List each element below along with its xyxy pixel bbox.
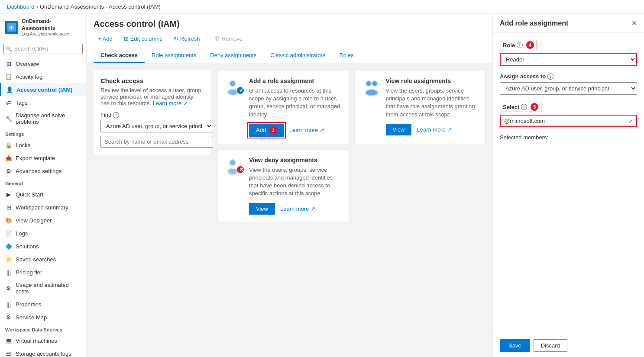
right-panel-header: Add role assignment ✕	[493, 14, 644, 33]
search-input[interactable]	[3, 44, 83, 54]
sidebar-item-pricing-tier[interactable]: ||| Pricing tier	[0, 266, 86, 279]
refresh-icon: ↻	[174, 35, 178, 42]
sidebar-item-solutions[interactable]: 🔷 Solutions	[0, 240, 86, 253]
assign-field-label: Assign access to i	[500, 73, 637, 80]
sidebar-item-activity-log[interactable]: 📋 Activity log	[0, 70, 86, 83]
right-panel-title: Add role assignment	[500, 19, 568, 27]
tab-classic-administrators[interactable]: Classic administrators	[263, 48, 332, 63]
assign-field-group: Assign access to i Azure AD user, group,…	[500, 73, 637, 95]
sidebar-logo: ⊞	[5, 21, 18, 34]
check-access-learn-more[interactable]: Learn more ↗	[153, 100, 188, 106]
assign-select[interactable]: Azure AD user, group, or service princip…	[500, 82, 637, 95]
add-button[interactable]: + Add	[94, 33, 117, 44]
select-input[interactable]	[500, 115, 637, 127]
select-field-group: Select i 5 ✓	[500, 102, 637, 127]
view-deny-btn[interactable]: View	[249, 203, 275, 215]
sidebar: ⊞ OnDemand-Assessments Log Analytics wor…	[0, 14, 87, 357]
svg-point-13	[366, 90, 377, 95]
sidebar-item-overview[interactable]: ⊞ Overview	[0, 57, 86, 70]
sidebar-item-advanced[interactable]: ⚙ Advanced settings	[0, 164, 86, 177]
sidebar-item-quick-start-label: Quick Start	[16, 191, 43, 198]
sidebar-item-storage-accounts-label: Storage accounts logs	[16, 351, 71, 357]
add-role-icon: ✓	[225, 77, 244, 137]
search-icon: 🔍	[6, 46, 12, 52]
discard-button[interactable]: Discard	[534, 339, 567, 352]
tab-deny-assignments[interactable]: Deny assignments	[203, 48, 263, 63]
view-role-learn-more[interactable]: Learn more ↗	[417, 126, 452, 133]
sidebar-item-workspace-summary-label: Workspace summary	[16, 204, 68, 211]
locks-icon: 🔒	[5, 142, 12, 148]
callout-badge-4: 4	[526, 41, 534, 49]
view-role-card-desc: View the users, groups, service principa…	[386, 87, 479, 119]
view-deny-learn-more[interactable]: Learn more ↗	[280, 206, 315, 212]
view-role-icon	[362, 77, 381, 135]
usage-costs-icon: ⚙	[5, 285, 12, 292]
add-role-btn[interactable]: Add 3	[249, 124, 284, 137]
saved-searches-icon: ⭐	[5, 256, 12, 263]
remove-button[interactable]: 🗑 Remove	[210, 33, 247, 44]
role-info-icon[interactable]: i	[517, 42, 523, 48]
callout-badge-5: 5	[531, 103, 538, 111]
svg-point-5	[228, 90, 237, 95]
sidebar-item-tags[interactable]: 🏷 Tags	[0, 96, 86, 109]
tab-roles[interactable]: Roles	[332, 48, 360, 63]
pricing-tier-icon: |||	[5, 269, 12, 276]
select-field-label: Select i 5	[500, 102, 541, 112]
toolbar: + Add ⊞ Edit columns ↻ Refresh 🗑 Remove	[94, 33, 485, 44]
sidebar-item-locks[interactable]: 🔒 Locks	[0, 138, 86, 151]
sidebar-item-quick-start[interactable]: ▶ Quick Start	[0, 188, 86, 201]
sidebar-item-view-designer[interactable]: 🎨 View Designer	[0, 214, 86, 227]
sidebar-item-access-control[interactable]: 👤 Access control (IAM)	[0, 83, 86, 96]
sidebar-app-subtitle: Log Analytics workspace	[22, 32, 81, 36]
role-select[interactable]: Reader Contributor Owner	[500, 53, 637, 66]
close-button[interactable]: ✕	[631, 19, 637, 27]
assign-info-icon[interactable]: i	[547, 74, 553, 80]
sidebar-item-access-control-label: Access control (IAM)	[16, 87, 72, 93]
sidebar-item-properties[interactable]: ||| Properties	[0, 298, 86, 311]
breadcrumb-current: OnDemand-Assessments - Access control (I…	[40, 3, 161, 10]
sidebar-item-diagnose-label: Diagnose and solve problems	[16, 112, 81, 125]
workspace-summary-icon: ⊞	[5, 204, 12, 211]
check-access-section: Check access Review the level of access …	[94, 70, 210, 154]
check-access-title: Check access	[100, 77, 204, 84]
sidebar-item-export-label: Export template	[16, 155, 55, 161]
find-input[interactable]	[100, 136, 213, 148]
sidebar-item-solutions-label: Solutions	[16, 243, 39, 250]
right-panel: Add role assignment ✕ Role i 4 Reader Co…	[492, 14, 644, 357]
sidebar-item-pricing-tier-label: Pricing tier	[16, 269, 42, 276]
sidebar-item-locks-label: Locks	[16, 142, 30, 148]
find-select[interactable]: Azure AD user, group, or service princip…	[100, 120, 213, 132]
sidebar-item-service-map[interactable]: ⚙ Service Map	[0, 311, 86, 324]
sidebar-item-usage-costs[interactable]: ⚙ Usage and estimated costs	[0, 279, 86, 298]
sidebar-item-storage-accounts[interactable]: 🗃 Storage accounts logs	[0, 347, 86, 357]
sidebar-item-saved-searches[interactable]: ⭐ Saved searches	[0, 253, 86, 266]
edit-columns-button[interactable]: ⊞ Edit columns	[120, 33, 167, 44]
breadcrumb-dashboard[interactable]: Dashboard	[7, 3, 35, 10]
view-deny-card: ✕ View deny assignments View the users, …	[217, 149, 349, 222]
sidebar-item-view-designer-label: View Designer	[16, 217, 52, 224]
select-info-icon[interactable]: i	[521, 104, 527, 110]
sidebar-item-diagnose[interactable]: 🔧 Diagnose and solve problems	[0, 109, 86, 128]
sidebar-item-properties-label: Properties	[16, 301, 41, 308]
sidebar-item-activity-log-label: Activity log	[16, 74, 42, 80]
add-role-learn-more[interactable]: Learn more ↗	[289, 127, 324, 133]
quick-start-icon: ▶	[5, 191, 12, 198]
select-input-wrap: ✓	[500, 115, 637, 127]
sidebar-item-logs-label: Logs	[16, 230, 28, 237]
save-button[interactable]: Save	[500, 339, 530, 352]
sidebar-item-export[interactable]: 📤 Export template	[0, 151, 86, 164]
svg-point-15	[230, 160, 235, 165]
view-designer-icon: 🎨	[5, 217, 12, 224]
settings-section-label: Settings	[0, 128, 86, 138]
tab-check-access[interactable]: Check access	[94, 48, 145, 63]
refresh-button[interactable]: ↻ Refresh	[169, 33, 204, 44]
sidebar-item-logs[interactable]: 📄 Logs	[0, 227, 86, 240]
toolbar-divider	[207, 35, 207, 43]
sidebar-item-virtual-machines[interactable]: 💻 Virtual machines	[0, 334, 86, 347]
view-role-btn[interactable]: View	[386, 124, 412, 135]
find-info-icon[interactable]: i	[113, 112, 119, 118]
tab-role-assignments[interactable]: Role assignments	[145, 48, 203, 63]
sidebar-item-workspace-summary[interactable]: ⊞ Workspace summary	[0, 201, 86, 214]
advanced-icon: ⚙	[5, 167, 12, 174]
properties-icon: |||	[5, 301, 12, 308]
